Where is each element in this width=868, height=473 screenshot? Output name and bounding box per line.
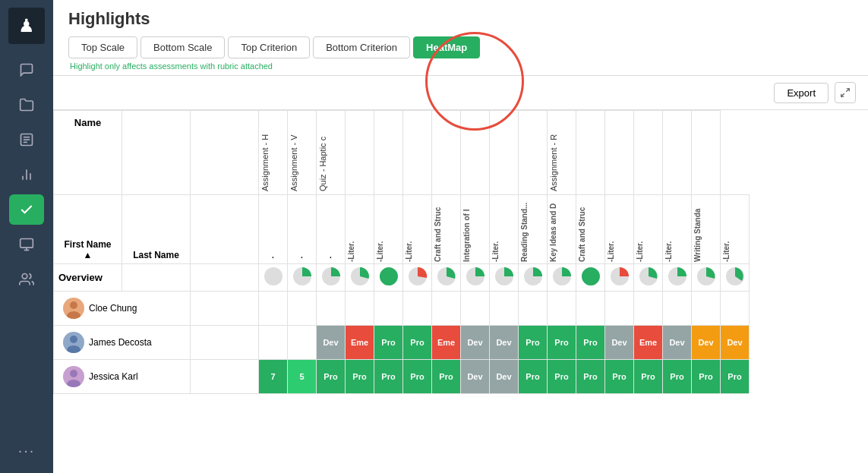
svg-point-13 — [264, 267, 282, 285]
tab-bottom-criterion[interactable]: Bottom Criterion — [313, 36, 410, 58]
cloe-c14 — [605, 292, 634, 326]
assign-v-label: Assignment - V — [288, 111, 300, 194]
cloe-c9 — [461, 292, 490, 326]
james-name: James Decosta — [89, 337, 152, 348]
sidebar: ♟ ··· — [0, 0, 53, 473]
empty-header-1 — [122, 111, 191, 195]
col-empty-1 — [346, 111, 374, 195]
overview-pie-15 — [663, 264, 692, 292]
sidebar-item-document[interactable] — [9, 125, 44, 155]
james-name-cell: James Decosta — [54, 326, 191, 360]
james-c13: Pro — [576, 326, 605, 360]
james-c14: Dev — [605, 326, 634, 360]
sub-liter-5: -Liter. — [605, 195, 634, 264]
cloe-c3 — [288, 292, 317, 326]
overview-pie-11 — [548, 264, 576, 292]
svg-point-31 — [67, 311, 80, 319]
sub-liter-7: -Liter. — [663, 195, 692, 264]
app-logo: ♟ — [8, 8, 45, 44]
svg-point-34 — [70, 370, 77, 377]
tab-bottom-scale[interactable]: Bottom Scale — [140, 36, 225, 58]
overview-pie-3 — [317, 264, 346, 292]
tab-top-criterion[interactable]: Top Criterion — [228, 36, 310, 58]
overview-pie-9 — [490, 264, 519, 292]
cloe-c7 — [403, 292, 432, 326]
grades-table: Name Assignment - H Assignment - V Quiz … — [53, 110, 750, 394]
james-c11: Pro — [519, 326, 548, 360]
sub-craft-2: Craft and Struc — [576, 195, 605, 264]
cloe-c5 — [346, 292, 374, 326]
jessica-c14: Pro — [605, 360, 634, 394]
james-c16: Dev — [663, 326, 692, 360]
overview-pie-2 — [288, 264, 317, 292]
tab-heatmap[interactable]: HeatMap — [413, 36, 480, 58]
jessica-c11: Pro — [519, 360, 548, 394]
jessica-c12: Pro — [548, 360, 576, 394]
cloe-c10 — [490, 292, 519, 326]
cloe-c8 — [432, 292, 461, 326]
data-table-container[interactable]: Name Assignment - H Assignment - V Quiz … — [53, 110, 868, 473]
sidebar-item-assignments[interactable] — [9, 194, 44, 225]
james-c3 — [288, 326, 317, 360]
james-c6: Pro — [374, 326, 403, 360]
jessica-c3: 5 — [288, 360, 317, 394]
jessica-c5: Pro — [346, 360, 374, 394]
svg-point-33 — [67, 345, 80, 353]
sub-liter-1: -Liter. — [346, 195, 374, 264]
col-assign-h: Assignment - H — [259, 111, 288, 195]
overview-pie-13 — [605, 264, 634, 292]
sidebar-item-chart[interactable] — [9, 159, 44, 190]
jessica-c10: Dev — [490, 360, 519, 394]
cloe-c18 — [721, 292, 750, 326]
expand-button[interactable] — [835, 82, 856, 103]
jessica-avatar — [63, 366, 84, 387]
tab-bar: Top Scale Bottom Scale Top Criterion Bot… — [68, 36, 853, 58]
jessica-c7: Pro — [403, 360, 432, 394]
sidebar-item-people[interactable] — [9, 264, 44, 295]
sub-liter-2: -Liter. — [374, 195, 403, 264]
jessica-c17: Pro — [692, 360, 721, 394]
overview-pie-16 — [692, 264, 721, 292]
cloe-avatar — [63, 298, 84, 319]
student-row-cloe: Cloe Chung — [54, 292, 750, 326]
cloe-c15 — [634, 292, 663, 326]
overview-pie-12 — [576, 264, 605, 292]
sub-liter-3: -Liter. — [403, 195, 432, 264]
svg-line-11 — [846, 89, 849, 92]
jessica-c18: Pro — [721, 360, 750, 394]
cloe-name: Cloe Chung — [89, 303, 137, 314]
toolbar: Export — [53, 76, 868, 110]
tab-top-scale[interactable]: Top Scale — [68, 36, 137, 58]
james-c10: Dev — [490, 326, 519, 360]
overview-pie-6 — [403, 264, 432, 292]
sub-dot-1: · — [259, 195, 288, 264]
sub-writing: Writing Standa — [692, 195, 721, 264]
more-icon: ··· — [18, 442, 36, 459]
col-empty-3 — [403, 111, 432, 195]
empty-header-2 — [191, 111, 259, 195]
jessica-c13: Pro — [576, 360, 605, 394]
sidebar-item-folder[interactable] — [9, 90, 44, 120]
jessica-c6: Pro — [374, 360, 403, 394]
assign-r-label: Assignment - R — [548, 111, 560, 194]
svg-point-32 — [70, 336, 77, 343]
sidebar-item-monitor[interactable] — [9, 229, 44, 260]
jessica-c16: Pro — [663, 360, 692, 394]
svg-line-12 — [841, 93, 844, 96]
sub-reading: Reading Stand... — [519, 195, 548, 264]
col-empty-6 — [490, 111, 519, 195]
sidebar-item-chat[interactable] — [9, 55, 44, 85]
james-c4: Dev — [317, 326, 346, 360]
export-button[interactable]: Export — [774, 83, 829, 103]
main-content: Highlights Top Scale Bottom Scale Top Cr… — [53, 0, 868, 473]
lastname-header: Last Name — [122, 195, 191, 264]
column-header-row: Name Assignment - H Assignment - V Quiz … — [54, 111, 750, 195]
sidebar-item-more[interactable]: ··· — [9, 435, 44, 465]
col-empty-8 — [576, 111, 605, 195]
jessica-c9: Dev — [461, 360, 490, 394]
jessica-name-cell: Jessica Karl — [54, 360, 191, 394]
col-empty-12 — [692, 111, 721, 195]
sub-key-ideas: Key Ideas and D — [548, 195, 576, 264]
cloe-c13 — [576, 292, 605, 326]
col-empty-9 — [605, 111, 634, 195]
